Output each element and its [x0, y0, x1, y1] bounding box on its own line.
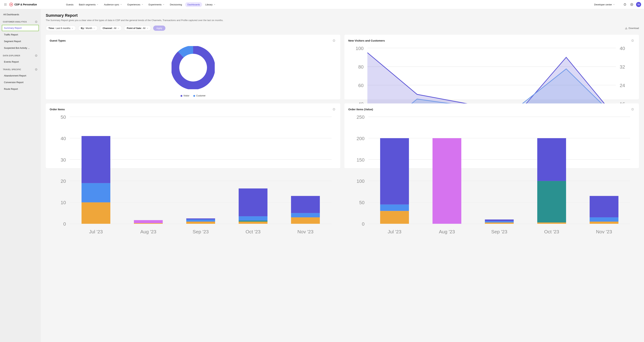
filter-by[interactable]: By: Month: [78, 25, 98, 31]
info-icon[interactable]: [331, 107, 336, 112]
gear-icon[interactable]: [629, 2, 634, 7]
main-nav: GuestsBatch segmentsAudience syncExperie…: [64, 2, 218, 7]
chevron-down-icon: [97, 3, 98, 5]
svg-text:50: 50: [61, 114, 66, 120]
sidebar-item-segment-report[interactable]: Segment Report: [2, 38, 39, 44]
chevron-down-icon: [72, 27, 73, 29]
info-icon[interactable]: [34, 68, 38, 71]
svg-text:50: 50: [359, 200, 365, 205]
nav-item-audience-sync[interactable]: Audience sync: [102, 2, 124, 7]
svg-text:200: 200: [356, 136, 364, 141]
nav-item-experiences[interactable]: Experiences: [125, 2, 146, 7]
chart-guest-types: [50, 43, 336, 92]
nav-item-dashboards[interactable]: Dashboards: [185, 2, 202, 7]
chevron-down-icon: [163, 3, 164, 5]
developer-center-link[interactable]: Developer center: [592, 2, 617, 7]
svg-rect-113: [485, 220, 514, 221]
svg-text:10: 10: [61, 200, 66, 205]
apps-grid-icon[interactable]: [3, 2, 8, 7]
sidebar-all-dashboards[interactable]: All Dashboards: [2, 12, 39, 17]
svg-rect-70: [82, 202, 110, 224]
svg-rect-71: [82, 183, 110, 202]
svg-rect-120: [590, 217, 618, 222]
nav-item-guests[interactable]: Guests: [64, 2, 76, 7]
nav-item-decisioning[interactable]: Decisioning: [168, 2, 184, 7]
info-icon[interactable]: [630, 107, 635, 112]
svg-rect-115: [537, 223, 566, 224]
nav-item-library[interactable]: Library: [203, 2, 218, 7]
svg-point-7: [5, 5, 6, 5]
svg-rect-86: [291, 217, 320, 224]
brand-text: CDP & Personalize: [14, 3, 37, 6]
svg-rect-74: [134, 223, 163, 224]
svg-text:250: 250: [356, 114, 364, 120]
svg-rect-87: [291, 213, 320, 217]
card-guest-types: Guest Types Visitor Customer: [46, 35, 340, 99]
svg-rect-88: [291, 196, 320, 213]
sidebar-item-traffic-report[interactable]: Traffic Report: [2, 31, 39, 38]
chart-order-items-value: 050100150200250Jul '23Aug '23Sep '23Oct …: [348, 112, 635, 236]
svg-rect-106: [380, 205, 409, 211]
filter-time[interactable]: Time: Last 6 months: [46, 25, 76, 31]
help-icon[interactable]: [622, 2, 628, 7]
svg-text:60: 60: [358, 83, 364, 88]
sidebar-item-suspected-bot-activity-[interactable]: Suspected Bot Activity ...: [2, 45, 39, 51]
filter-pos[interactable]: Point of Sale: All: [124, 25, 151, 31]
svg-text:Jul '23: Jul '23: [388, 229, 402, 234]
svg-text:80: 80: [358, 64, 364, 70]
info-icon[interactable]: [34, 54, 38, 57]
filter-channel[interactable]: Channel: All: [100, 25, 122, 31]
svg-text:Aug '23: Aug '23: [140, 229, 156, 234]
svg-rect-109: [432, 138, 461, 224]
info-icon[interactable]: [331, 38, 336, 43]
brand[interactable]: CDP & Personalize: [9, 3, 37, 6]
card-title: New Visitors and Customers: [348, 39, 385, 42]
chart-order-items: 01020304050Jul '23Aug '23Sep '23Oct '23N…: [50, 112, 336, 236]
top-nav: CDP & Personalize GuestsBatch segmentsAu…: [0, 0, 644, 9]
svg-rect-72: [82, 136, 110, 183]
svg-point-2: [6, 3, 6, 4]
info-icon[interactable]: [630, 38, 635, 43]
apply-button[interactable]: Apply: [153, 25, 166, 31]
svg-text:Nov '23: Nov '23: [596, 229, 612, 234]
svg-rect-75: [134, 220, 163, 223]
svg-rect-78: [186, 220, 215, 222]
sidebar-item-summary-report[interactable]: Summary Report: [2, 25, 39, 31]
nav-item-experiments[interactable]: Experiments: [146, 2, 167, 7]
page-subtitle: The Summary Report gives you a clear vie…: [46, 19, 639, 21]
developer-center-label: Developer center: [594, 3, 612, 6]
info-icon[interactable]: [34, 20, 38, 23]
sidebar-section-header: CUSTOMER ANALYTICS: [2, 19, 39, 24]
legend: Visitor Customer: [50, 94, 336, 97]
avatar[interactable]: TO: [636, 2, 641, 7]
sidebar-section-header: TRAVEL SPECIFIC: [2, 66, 39, 72]
sidebar-item-route-report[interactable]: Route Report: [2, 86, 39, 92]
sidebar-section-header: DATA EXPLORER: [2, 52, 39, 58]
svg-rect-111: [485, 223, 514, 224]
card-title: Order Items: [50, 108, 65, 111]
sidebar-item-conversion-report[interactable]: Conversion Report: [2, 79, 39, 85]
svg-text:Oct '23: Oct '23: [544, 229, 559, 234]
nav-item-batch-segments[interactable]: Batch segments: [77, 2, 100, 7]
svg-text:0: 0: [362, 221, 365, 227]
sidebar-item-abandonment-report[interactable]: Abandonment Report: [2, 72, 39, 79]
sidebar-item-events-report[interactable]: Events Report: [2, 59, 39, 65]
svg-text:Sep '23: Sep '23: [192, 229, 208, 234]
svg-point-5: [6, 4, 6, 5]
svg-rect-105: [380, 211, 409, 224]
download-button[interactable]: Download: [625, 27, 639, 29]
svg-rect-112: [485, 221, 514, 222]
svg-text:100: 100: [356, 179, 364, 184]
svg-text:Jul '23: Jul '23: [89, 229, 103, 234]
svg-text:30: 30: [61, 157, 66, 163]
svg-text:40: 40: [620, 46, 625, 51]
svg-rect-77: [186, 222, 215, 224]
svg-text:100: 100: [356, 46, 364, 51]
svg-text:Sep '23: Sep '23: [491, 229, 507, 234]
main: Summary Report The Summary Report gives …: [41, 9, 644, 342]
chevron-down-icon: [117, 27, 119, 29]
card-order-items: Order Items 01020304050Jul '23Aug '23Sep…: [46, 103, 340, 168]
sidebar: All Dashboards CUSTOMER ANALYTICSSummary…: [0, 9, 41, 342]
svg-point-4: [5, 4, 6, 5]
svg-rect-84: [239, 189, 268, 216]
